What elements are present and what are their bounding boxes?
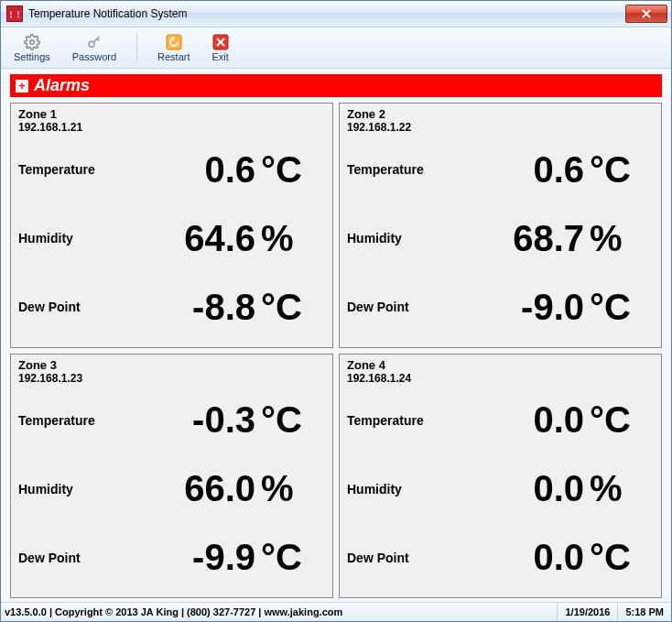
- humidity-value: 64.6: [101, 218, 261, 259]
- dewpoint-label: Dew Point: [347, 551, 429, 565]
- humidity-unit: %: [590, 218, 654, 259]
- zone-panel-1: Zone 1 192.168.1.21 Temperature 0.6 °C H…: [10, 103, 333, 348]
- restart-button[interactable]: Restart: [152, 32, 195, 64]
- humidity-row: Humidity 0.0 %: [347, 468, 654, 509]
- zone-readings: Temperature 0.6 °C Humidity 68.7 % Dew P…: [347, 136, 654, 342]
- dewpoint-label: Dew Point: [18, 551, 101, 565]
- humidity-value: 68.7: [429, 218, 590, 259]
- temperature-value: 0.0: [429, 399, 590, 441]
- temperature-row: Temperature 0.0 °C: [347, 399, 654, 441]
- zone-ip: 192.168.1.22: [347, 121, 654, 134]
- dewpoint-label: Dew Point: [18, 300, 101, 314]
- exit-label: Exit: [212, 51, 229, 62]
- humidity-row: Humidity 64.6 %: [18, 218, 325, 259]
- temperature-label: Temperature: [347, 413, 429, 428]
- dewpoint-row: Dew Point 0.0 °C: [347, 537, 654, 578]
- content-area: + Alarms Zone 1 192.168.1.21 Temperature…: [1, 69, 671, 602]
- humidity-label: Humidity: [347, 231, 429, 246]
- humidity-unit: %: [590, 468, 654, 509]
- dewpoint-value: -8.8: [101, 287, 261, 328]
- humidity-label: Humidity: [18, 482, 101, 497]
- temperature-row: Temperature 0.6 °C: [347, 149, 654, 191]
- restart-icon: [166, 34, 182, 50]
- humidity-value: 0.0: [429, 468, 590, 509]
- settings-button[interactable]: Settings: [8, 32, 56, 64]
- humidity-row: Humidity 66.0 %: [18, 468, 325, 509]
- dewpoint-row: Dew Point -9.9 °C: [18, 537, 325, 578]
- temperature-unit: °C: [261, 399, 325, 441]
- temperature-label: Temperature: [18, 162, 101, 177]
- dewpoint-value: 0.0: [429, 537, 590, 578]
- alarms-label: Alarms: [34, 76, 90, 95]
- temperature-label: Temperature: [18, 413, 101, 428]
- titlebar: ⋮⋮ Temperature Notification System: [1, 1, 671, 27]
- humidity-value: 66.0: [101, 468, 261, 509]
- toolbar: Settings Password Restart Exit: [1, 27, 671, 69]
- restart-label: Restart: [157, 51, 190, 62]
- zone-title: Zone 3: [18, 358, 325, 372]
- temperature-label: Temperature: [347, 162, 429, 177]
- app-window: ⋮⋮ Temperature Notification System Setti…: [0, 0, 672, 622]
- dewpoint-value: -9.0: [429, 287, 590, 328]
- exit-icon: [212, 34, 229, 50]
- zone-ip: 192.168.1.23: [18, 372, 325, 385]
- key-icon: [86, 34, 103, 50]
- dewpoint-value: -9.9: [101, 537, 261, 578]
- zone-ip: 192.168.1.21: [18, 121, 325, 134]
- zone-panel-2: Zone 2 192.168.1.22 Temperature 0.6 °C H…: [339, 103, 662, 348]
- dewpoint-label: Dew Point: [347, 300, 429, 314]
- expand-icon[interactable]: +: [16, 80, 28, 93]
- dewpoint-unit: °C: [261, 537, 325, 578]
- close-icon: [642, 9, 651, 18]
- toolbar-separator: [136, 33, 137, 62]
- zone-readings: Temperature 0.0 °C Humidity 0.0 % Dew Po…: [347, 387, 654, 593]
- dewpoint-unit: °C: [590, 287, 654, 328]
- dewpoint-unit: °C: [261, 287, 325, 328]
- zone-readings: Temperature -0.3 °C Humidity 66.0 % Dew …: [18, 387, 325, 593]
- zone-title: Zone 1: [18, 107, 325, 121]
- humidity-label: Humidity: [18, 231, 101, 246]
- temperature-value: 0.6: [101, 149, 261, 191]
- zone-title: Zone 2: [347, 107, 654, 121]
- status-left: v13.5.0.0 | Copyright © 2013 JA King | (…: [1, 606, 557, 617]
- humidity-row: Humidity 68.7 %: [347, 218, 654, 259]
- password-label: Password: [72, 51, 116, 62]
- dewpoint-row: Dew Point -9.0 °C: [347, 287, 654, 328]
- exit-button[interactable]: Exit: [207, 32, 234, 64]
- temperature-unit: °C: [261, 149, 325, 191]
- temperature-row: Temperature -0.3 °C: [18, 399, 325, 441]
- zone-panel-3: Zone 3 192.168.1.23 Temperature -0.3 °C …: [10, 354, 333, 599]
- alarms-bar[interactable]: + Alarms: [10, 74, 662, 97]
- password-button[interactable]: Password: [67, 32, 122, 64]
- zone-panel-4: Zone 4 192.168.1.24 Temperature 0.0 °C H…: [339, 354, 662, 599]
- temperature-unit: °C: [590, 149, 654, 191]
- status-bar: v13.5.0.0 | Copyright © 2013 JA King | (…: [1, 602, 671, 621]
- temperature-row: Temperature 0.6 °C: [18, 149, 325, 191]
- gear-icon: [24, 34, 40, 50]
- window-title: Temperature Notification System: [28, 7, 625, 20]
- close-button[interactable]: [625, 5, 667, 23]
- svg-point-2: [30, 39, 35, 44]
- svg-line-5: [97, 38, 99, 40]
- zone-readings: Temperature 0.6 °C Humidity 64.6 % Dew P…: [18, 136, 325, 342]
- status-date: 1/19/2016: [557, 603, 617, 621]
- zone-title: Zone 4: [347, 358, 654, 372]
- temperature-unit: °C: [590, 399, 654, 441]
- humidity-label: Humidity: [347, 482, 429, 497]
- dewpoint-row: Dew Point -8.8 °C: [18, 287, 325, 328]
- app-icon: ⋮⋮: [6, 5, 23, 22]
- zone-ip: 192.168.1.24: [347, 372, 654, 385]
- zones-grid: Zone 1 192.168.1.21 Temperature 0.6 °C H…: [10, 103, 662, 598]
- temperature-value: -0.3: [101, 399, 261, 441]
- settings-label: Settings: [14, 51, 50, 62]
- status-time: 5:18 PM: [617, 603, 671, 621]
- humidity-unit: %: [261, 468, 325, 509]
- dewpoint-unit: °C: [590, 537, 654, 578]
- temperature-value: 0.6: [429, 149, 590, 191]
- humidity-unit: %: [261, 218, 325, 259]
